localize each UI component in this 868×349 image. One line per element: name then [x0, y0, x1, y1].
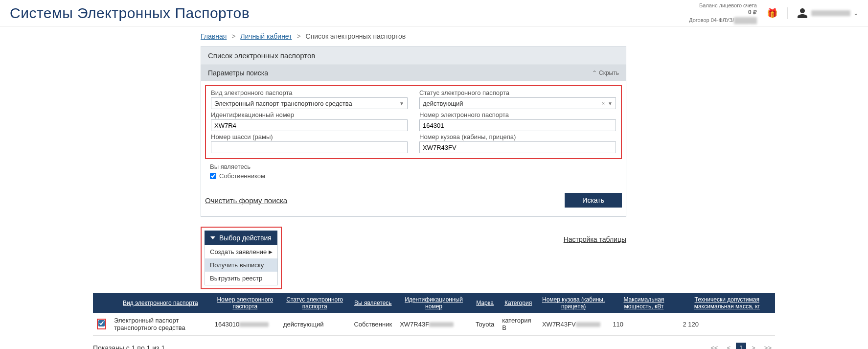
pager-last[interactable]: >> — [761, 343, 775, 349]
th-type[interactable]: Вид электронного паспорта — [110, 293, 211, 313]
top-header: Системы Электронных Паспортов Баланс лиц… — [0, 0, 868, 26]
breadcrumb-home[interactable]: Главная — [201, 32, 227, 40]
filter-footer: Очистить форму поиска Искать — [205, 186, 622, 212]
you-are-block: Вы являетесь Собственником — [205, 159, 622, 181]
pager-next[interactable]: > — [748, 343, 759, 349]
select-status-value: действующий — [423, 100, 463, 107]
breadcrumb-sep: > — [231, 32, 235, 40]
field-passnum: Номер электронного паспорта — [419, 111, 616, 131]
you-are-label: Вы являетесь — [210, 163, 622, 170]
contract-number-blurred: ██████ — [734, 17, 757, 24]
contract-line: Договор 04-ФЛУЗ/██████ — [689, 17, 757, 24]
th-category[interactable]: Категория — [498, 293, 538, 313]
th-mass[interactable]: Технически допустимая максимальная масса… — [679, 293, 775, 313]
label-chassis: Номер шасси (рамы) — [211, 133, 408, 140]
user-name-blurred — [811, 10, 850, 16]
user-menu[interactable]: ⌄ — [787, 7, 858, 19]
pager-row: Показаны с 1 по 1 из 1 << < 1 > >> — [93, 343, 775, 349]
select-status[interactable]: действующий × ▼ — [419, 97, 616, 109]
search-button[interactable]: Искать — [565, 193, 622, 208]
action-dropdown: Выбор действия Создать заявление ▶ Получ… — [205, 231, 278, 285]
action-trigger-button[interactable]: Выбор действия — [205, 231, 277, 245]
label-status: Статус электронного паспорта — [419, 89, 616, 96]
pager-page-1[interactable]: 1 — [736, 343, 746, 349]
cell-status: действующий — [279, 313, 350, 336]
balance-label: Баланс лицевого счета — [689, 2, 757, 9]
chevron-down-icon: ⌄ — [853, 10, 858, 17]
action-trigger-label: Выбор действия — [219, 234, 272, 242]
label-passnum: Номер электронного паспорта — [419, 111, 616, 118]
field-idnum: Идентификационный номер — [211, 111, 408, 131]
field-bodynum: Номер кузова (кабины, прицепа) — [419, 133, 616, 153]
filter-header: Параметры поиска Скрыть — [201, 65, 626, 81]
input-passnum[interactable] — [419, 119, 616, 131]
owner-checkbox-label[interactable]: Собственником — [210, 172, 265, 180]
th-power[interactable]: Максимальная мощность, кВт — [609, 293, 679, 313]
filter-body: Вид электронного паспорта Электронный па… — [201, 81, 626, 217]
table-row[interactable]: Электронный паспорт транспортного средст… — [93, 313, 775, 336]
pager-first[interactable]: << — [707, 343, 721, 349]
label-passport-type: Вид электронного паспорта — [211, 89, 408, 96]
header-right: Баланс лицевого счета 0 ₽ Договор 04-ФЛУ… — [689, 2, 858, 24]
cell-make: Toyota — [472, 313, 498, 336]
cell-power: 110 — [609, 313, 679, 336]
owner-text: Собственником — [219, 172, 265, 180]
pager-summary: Показаны с 1 по 1 из 1 — [93, 344, 165, 349]
submenu-arrow-icon: ▶ — [269, 249, 273, 255]
action-create-statement[interactable]: Создать заявление ▶ — [205, 245, 277, 258]
th-make[interactable]: Марка — [472, 293, 498, 313]
field-chassis: Номер шасси (рамы) — [211, 133, 408, 153]
pager: << < 1 > >> — [707, 343, 775, 349]
breadcrumb-cabinet[interactable]: Личный кабинет — [240, 32, 292, 40]
th-passnum[interactable]: Номер электронного паспорта — [211, 293, 279, 313]
th-idnum[interactable]: Идентификационный номер — [396, 293, 472, 313]
input-idnum[interactable] — [211, 119, 408, 131]
contract-prefix: Договор 04-ФЛУЗ/ — [689, 17, 734, 23]
results-table: Вид электронного паспорта Номер электрон… — [93, 293, 775, 336]
breadcrumb: Главная > Личный кабинет > Список электр… — [201, 26, 626, 46]
label-bodynum: Номер кузова (кабины, прицепа) — [419, 133, 616, 140]
caret-icon: ▼ — [608, 101, 613, 106]
cell-category: категория B — [498, 313, 538, 336]
pager-prev[interactable]: < — [723, 343, 734, 349]
select-passport-type[interactable]: Электронный паспорт транспортного средст… — [211, 97, 408, 109]
input-chassis[interactable] — [211, 141, 408, 153]
field-passport-type: Вид электронного паспорта Электронный па… — [211, 89, 408, 109]
breadcrumb-sep: > — [297, 32, 300, 40]
row-checkbox[interactable] — [98, 320, 105, 326]
site-title: Системы Электронных Паспортов — [10, 5, 250, 22]
user-icon — [797, 7, 808, 19]
action-export-registry[interactable]: Выгрузить реестр — [205, 272, 277, 285]
clear-search-link[interactable]: Очистить форму поиска — [205, 196, 287, 205]
results-table-wrap: Вид электронного паспорта Номер электрон… — [93, 293, 775, 336]
field-status: Статус электронного паспорта действующий… — [419, 89, 616, 109]
cell-mass: 2 120 — [679, 313, 775, 336]
cell-you: Собственник — [350, 313, 396, 336]
cell-idnum: XW7R43F — [396, 313, 472, 336]
th-you[interactable]: Вы являетесь — [350, 293, 396, 313]
label-idnum: Идентификационный номер — [211, 111, 408, 118]
action-get-extract[interactable]: Получить выписку — [205, 258, 277, 272]
table-settings-link[interactable]: Настройка таблицы — [564, 235, 626, 243]
search-highlight: Вид электронного паспорта Электронный па… — [205, 85, 622, 159]
balance-value: 0 ₽ — [689, 9, 757, 17]
clear-status-icon[interactable]: × — [602, 100, 605, 106]
caret-icon: ▼ — [399, 101, 404, 106]
cell-passnum: 1643010 — [211, 313, 279, 336]
balance-block: Баланс лицевого счета 0 ₽ Договор 04-ФЛУ… — [689, 2, 757, 24]
filter-title: Параметры поиска — [208, 69, 268, 77]
collapse-toggle[interactable]: Скрыть — [592, 70, 619, 76]
cell-bodynum: XW7R43FV — [538, 313, 609, 336]
gift-icon[interactable]: 🎁 — [767, 8, 777, 19]
row-check-highlight — [97, 319, 106, 329]
th-bodynum[interactable]: Номер кузова (кабины, прицепа) — [538, 293, 609, 313]
panel-title: Список электронных паспортов — [201, 46, 626, 65]
action-highlight: Выбор действия Создать заявление ▶ Получ… — [201, 227, 282, 289]
input-bodynum[interactable] — [419, 141, 616, 153]
th-checkbox — [93, 293, 110, 313]
th-status[interactable]: Статус электронного паспорта — [279, 293, 350, 313]
action-menu: Создать заявление ▶ Получить выписку Выг… — [205, 245, 278, 285]
owner-checkbox[interactable] — [210, 173, 216, 179]
breadcrumb-current: Список электронных паспортов — [306, 32, 406, 40]
actions-row: Выбор действия Создать заявление ▶ Получ… — [201, 227, 626, 289]
